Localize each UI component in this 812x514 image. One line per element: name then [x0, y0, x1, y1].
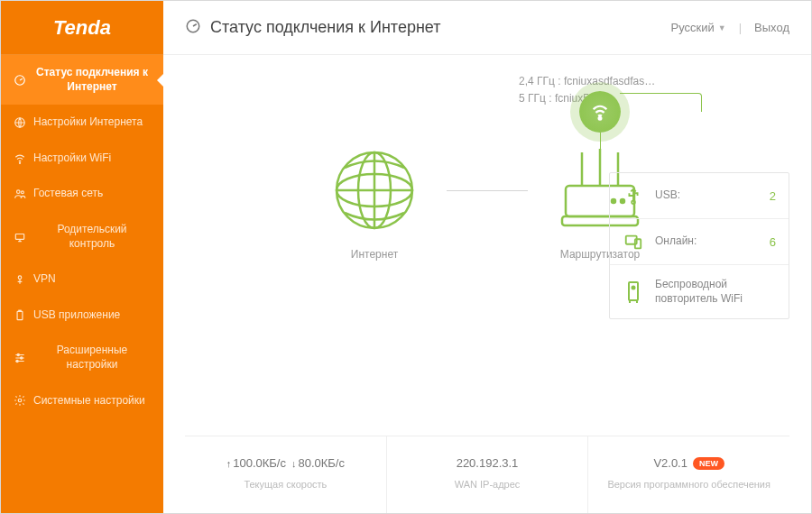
svg-point-8 — [17, 353, 19, 355]
version-label: Версия программного обеспечения — [597, 479, 780, 490]
vpn-icon — [14, 273, 26, 286]
online-row[interactable]: Онлайн: 6 — [610, 219, 789, 265]
repeater-label: Беспроводной повторитель WiFi — [655, 278, 776, 306]
content: 2,4 ГГц : fcniuxasdfasdfas… 5 ГГц : fcni… — [163, 55, 811, 513]
sidebar-item-label: Расширенные настройки — [33, 344, 151, 372]
usb-value: 2 — [770, 189, 776, 203]
wan-label: WAN IP-адрес — [396, 479, 579, 490]
svg-rect-5 — [15, 234, 23, 239]
speed-down: 80.0КБ/с — [298, 456, 345, 470]
svg-point-4 — [21, 191, 23, 194]
version-value: V2.0.1 NEW — [597, 456, 780, 470]
sidebar-item-label: VPN — [33, 272, 151, 287]
svg-point-3 — [17, 190, 21, 194]
devices-icon — [623, 232, 644, 252]
sidebar-item-label: Гостевая сеть — [33, 187, 151, 201]
repeater-icon — [623, 280, 644, 304]
gear-icon — [14, 394, 26, 407]
sliders-icon — [14, 352, 26, 364]
logo: Tenda — [1, 1, 163, 55]
app-root: Tenda Статус подклчения к Интернет Настр… — [1, 1, 811, 513]
online-value: 6 — [770, 235, 776, 249]
page-title: Статус подклчения к Интернет — [210, 18, 441, 37]
nav: Статус подклчения к Интернет Настройки И… — [1, 55, 163, 513]
new-badge: NEW — [693, 457, 724, 470]
header: Статус подклчения к Интернет Русский ▼ |… — [163, 1, 811, 55]
sidebar-item-parental[interactable]: Родительский контроль — [1, 212, 163, 262]
version-number: V2.0.1 — [653, 456, 687, 470]
footer: ↑100.0КБ/с ↓80.0КБ/с Текущая скорость 22… — [185, 436, 789, 513]
main: Статус подклчения к Интернет Русский ▼ |… — [163, 1, 811, 513]
usb-row[interactable]: USB: 2 — [610, 173, 789, 219]
svg-rect-29 — [629, 282, 638, 300]
sidebar-item-wifi[interactable]: Настройки WiFi — [1, 141, 163, 177]
sidebar-item-label: Статус подклчения к Интернет — [33, 66, 151, 94]
svg-point-26 — [632, 201, 635, 205]
sidebar-item-advanced[interactable]: Расширенные настройки — [1, 333, 163, 382]
online-label: Онлайн: — [655, 234, 759, 249]
connection-line — [447, 190, 528, 191]
sidebar-item-label: Системные настройки — [33, 394, 151, 408]
ssid-24ghz: 2,4 ГГц : fcniuxasdfasdfas… — [519, 73, 655, 90]
repeater-row[interactable]: Беспроводной повторитель WiFi — [610, 265, 789, 318]
status-panel: USB: 2 Онлайн: 6 Беспроводной повторител… — [609, 172, 789, 319]
svg-point-10 — [16, 360, 18, 362]
users-icon — [14, 188, 26, 200]
wifi-icon — [14, 152, 26, 165]
logout-link[interactable]: Выход — [754, 21, 789, 34]
sidebar-item-guest[interactable]: Гостевая сеть — [1, 176, 163, 212]
svg-point-2 — [19, 162, 20, 163]
svg-point-18 — [599, 117, 602, 120]
dashboard-icon — [185, 18, 201, 38]
svg-point-6 — [18, 276, 22, 280]
sidebar-item-internet[interactable]: Настройки Интернета — [1, 105, 163, 141]
svg-point-30 — [632, 286, 635, 289]
arrow-up-icon: ↑ — [226, 458, 232, 469]
shield-icon — [14, 231, 26, 243]
language-selector[interactable]: Русский ▼ — [671, 21, 726, 34]
speed-value: ↑100.0КБ/с ↓80.0КБ/с — [194, 456, 377, 470]
header-title-wrap: Статус подклчения к Интернет — [185, 18, 671, 38]
sidebar-item-vpn[interactable]: VPN — [1, 262, 163, 298]
sidebar-item-system[interactable]: Системные настройки — [1, 383, 163, 419]
sidebar: Tenda Статус подклчения к Интернет Настр… — [1, 1, 163, 513]
wan-ip: 220.192.3.1 — [396, 456, 579, 470]
header-right: Русский ▼ | Выход — [671, 21, 789, 34]
usb-icon — [623, 186, 644, 206]
arrow-down-icon: ↓ — [291, 458, 297, 469]
svg-rect-7 — [17, 311, 23, 319]
speed-label: Текущая скорость — [194, 479, 377, 490]
chevron-down-icon: ▼ — [718, 23, 726, 32]
svg-point-11 — [18, 399, 22, 403]
globe-icon — [14, 116, 26, 129]
sidebar-item-label: Настройки Интернета — [33, 115, 151, 130]
language-label: Русский — [671, 21, 715, 34]
speed-up: 100.0КБ/с — [233, 456, 286, 470]
sidebar-item-usb[interactable]: USB приложение — [1, 298, 163, 334]
usb-icon — [14, 309, 26, 322]
internet-node: Интернет — [302, 145, 447, 261]
divider: | — [739, 21, 742, 34]
speed-col: ↑100.0КБ/с ↓80.0КБ/с Текущая скорость — [185, 436, 387, 513]
internet-label: Интернет — [351, 248, 398, 261]
version-col: V2.0.1 NEW Версия программного обеспечен… — [588, 436, 789, 513]
sidebar-item-label: Настройки WiFi — [33, 151, 151, 166]
globe-icon — [329, 145, 420, 235]
svg-point-9 — [21, 357, 23, 359]
sidebar-item-label: Родительский контроль — [33, 223, 151, 251]
sidebar-item-label: USB приложение — [33, 308, 151, 323]
wifi-badge-icon — [579, 91, 621, 133]
wan-col: 220.192.3.1 WAN IP-адрес — [387, 436, 589, 513]
sidebar-item-status[interactable]: Статус подклчения к Интернет — [1, 55, 163, 105]
dashboard-icon — [14, 74, 26, 87]
usb-label: USB: — [655, 188, 759, 203]
